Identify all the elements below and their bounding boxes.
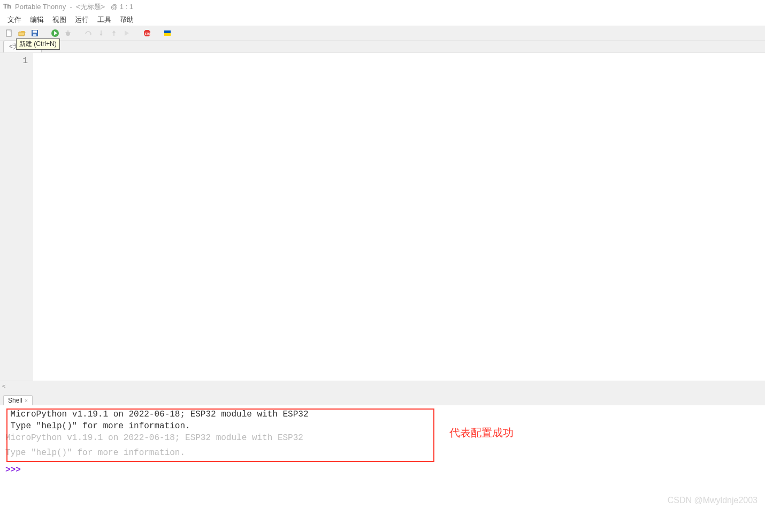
shell-tab-label: Shell bbox=[8, 397, 22, 404]
code-editor[interactable] bbox=[33, 53, 765, 381]
watermark: CSDN @Mwyldnje2003 bbox=[668, 496, 758, 505]
svg-rect-20 bbox=[164, 30, 171, 33]
svg-text:Th: Th bbox=[3, 3, 11, 10]
svg-rect-21 bbox=[164, 33, 171, 36]
shell-line: MicroPython v1.19.1 on 2022-06-18; ESP32… bbox=[5, 408, 760, 420]
svg-marker-16 bbox=[112, 30, 116, 33]
shell-tabrow: Shell × bbox=[0, 394, 765, 405]
shell-tab[interactable]: Shell × bbox=[3, 395, 33, 405]
editor-tabrow: 新建 (Ctrl+N) <无标题> bbox=[0, 41, 765, 52]
menu-tools[interactable]: 工具 bbox=[94, 14, 114, 26]
svg-text:STOP: STOP bbox=[145, 32, 152, 35]
annotation-success: 代表配置成功 bbox=[449, 427, 514, 438]
flag-icon[interactable] bbox=[163, 28, 172, 38]
app-icon: Th bbox=[3, 2, 12, 12]
svg-marker-17 bbox=[125, 30, 129, 36]
step-over-icon[interactable] bbox=[83, 28, 93, 38]
menubar: 文件 编辑 视图 运行 工具 帮助 bbox=[0, 14, 765, 26]
svg-rect-4 bbox=[33, 30, 37, 33]
line-gutter: 1 bbox=[0, 53, 33, 381]
stop-icon[interactable]: STOP bbox=[142, 28, 152, 38]
run-icon[interactable] bbox=[50, 28, 60, 38]
shell-line: Type "help()" for more information. bbox=[5, 420, 760, 432]
titlebar: Th Portable Thonny - <无标题> @ 1 : 1 bbox=[0, 0, 765, 14]
new-file-icon[interactable] bbox=[4, 28, 14, 38]
shell-body[interactable]: MicroPython v1.19.1 on 2022-06-18; ESP32… bbox=[0, 405, 765, 496]
app-title: Portable Thonny - <无标题> @ 1 : 1 bbox=[15, 2, 133, 12]
shell-prompt: >>> bbox=[5, 465, 21, 475]
menu-help[interactable]: 帮助 bbox=[117, 14, 137, 26]
line-number: 1 bbox=[0, 56, 28, 66]
tooltip-new: 新建 (Ctrl+N) bbox=[16, 38, 60, 50]
debug-icon[interactable] bbox=[63, 28, 73, 38]
menu-file[interactable]: 文件 bbox=[4, 14, 25, 26]
doc-name: <无标题> bbox=[76, 3, 105, 11]
cursor-pos: @ 1 : 1 bbox=[111, 3, 133, 11]
menu-view[interactable]: 视图 bbox=[49, 14, 70, 26]
step-out-icon[interactable] bbox=[109, 28, 119, 38]
scroll-left-icon[interactable]: < bbox=[2, 383, 5, 389]
close-icon[interactable]: × bbox=[25, 397, 28, 404]
resume-icon[interactable] bbox=[122, 28, 132, 38]
svg-marker-14 bbox=[100, 34, 103, 36]
shell-line: Type "help()" for more information. bbox=[5, 447, 760, 459]
open-file-icon[interactable] bbox=[17, 28, 27, 38]
editor-area: 1 bbox=[0, 52, 765, 381]
menu-run[interactable]: 运行 bbox=[72, 14, 92, 26]
step-into-icon[interactable] bbox=[96, 28, 106, 38]
save-icon[interactable] bbox=[30, 28, 40, 38]
svg-rect-5 bbox=[33, 34, 36, 36]
svg-point-8 bbox=[66, 32, 70, 36]
toolbar: STOP bbox=[0, 26, 765, 41]
app-name: Portable Thonny bbox=[15, 3, 66, 11]
menu-edit[interactable]: 编辑 bbox=[27, 14, 47, 26]
hscrollbar[interactable]: < bbox=[0, 381, 765, 390]
shell-line: MicroPython v1.19.1 on 2022-06-18; ESP32… bbox=[5, 432, 760, 444]
